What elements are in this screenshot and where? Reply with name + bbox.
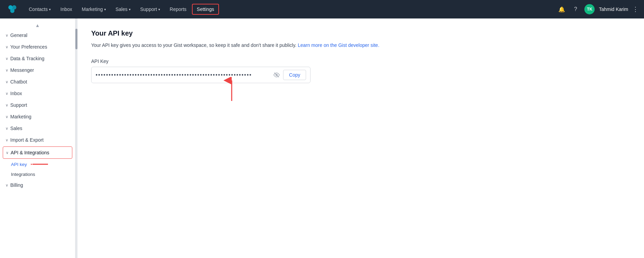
chevron-icon: ∨ [6, 151, 9, 155]
top-navigation: Contacts ▾ Inbox Marketing ▾ Sales ▾ Sup… [0, 0, 644, 18]
sidebar-item-marketing[interactable]: ∨ Marketing [0, 111, 75, 122]
sidebar-item-inbox[interactable]: ∨ Inbox [0, 88, 75, 99]
chevron-icon: ∨ [5, 91, 8, 96]
sidebar-item-messenger[interactable]: ∨ Messenger [0, 64, 75, 76]
developer-site-link[interactable]: Learn more on the Gist developer site. [298, 42, 379, 48]
copy-button[interactable]: Copy [283, 70, 306, 80]
nav-right-section: 🔔 ? TK Tahmid Karim ⋮ [557, 4, 639, 14]
notifications-icon[interactable]: 🔔 [557, 4, 567, 14]
chevron-icon: ∨ [5, 33, 8, 38]
chevron-icon: ∨ [5, 115, 8, 119]
chevron-down-icon: ▾ [49, 8, 51, 11]
sidebar: ▲ ∨ General ∨ Your Preferences ∨ Data & … [0, 18, 75, 258]
logo[interactable] [5, 2, 19, 16]
chevron-icon: ∨ [5, 45, 8, 49]
nav-contacts[interactable]: Contacts ▾ [25, 4, 55, 14]
sidebar-sub-item-integrations[interactable]: Integrations [0, 169, 75, 179]
nav-settings[interactable]: Settings [192, 4, 219, 15]
chevron-down-icon: ▾ [158, 8, 160, 11]
sidebar-item-support[interactable]: ∨ Support [0, 99, 75, 111]
chevron-icon: ∨ [5, 183, 8, 188]
svg-point-2 [10, 9, 15, 13]
main-content: Your API key Your API key gives you acce… [77, 18, 644, 258]
sidebar-item-your-preferences[interactable]: ∨ Your Preferences [0, 41, 75, 53]
help-icon[interactable]: ? [571, 4, 580, 14]
toggle-visibility-button[interactable] [273, 71, 280, 79]
description: Your API key gives you access to your Gi… [91, 41, 630, 49]
sidebar-sub-item-api-key[interactable]: API key [0, 159, 33, 169]
nav-sales[interactable]: Sales ▾ [111, 4, 135, 14]
chevron-icon: ∨ [5, 80, 8, 84]
red-arrow-annotation [31, 160, 50, 168]
nav-marketing[interactable]: Marketing ▾ [78, 4, 110, 14]
chevron-icon: ∨ [5, 56, 8, 61]
chevron-icon: ∨ [5, 68, 8, 73]
avatar: TK [584, 4, 595, 14]
sidebar-item-api-integrations[interactable]: ∨ API & Integrations [3, 146, 72, 159]
chevron-down-icon: ▾ [104, 8, 106, 11]
nav-support[interactable]: Support ▾ [136, 4, 164, 14]
page-title: Your API key [91, 29, 630, 37]
user-name[interactable]: Tahmid Karim [599, 7, 628, 12]
sidebar-item-sales[interactable]: ∨ Sales [0, 122, 75, 134]
nav-reports[interactable]: Reports [166, 4, 191, 14]
scroll-top-indicator: ▲ [0, 21, 75, 29]
nav-inbox[interactable]: Inbox [56, 4, 76, 14]
layout: ▲ ∨ General ∨ Your Preferences ∨ Data & … [0, 18, 644, 258]
chevron-down-icon: ▾ [129, 8, 131, 11]
chevron-icon: ∨ [5, 103, 8, 107]
chevron-icon: ∨ [5, 138, 8, 142]
copy-arrow-annotation [218, 77, 245, 104]
more-options-icon[interactable]: ⋮ [632, 5, 639, 13]
sidebar-item-import-export[interactable]: ∨ Import & Export [0, 134, 75, 146]
api-key-field: ••••••••••••••••••••••••••••••••••••••••… [91, 67, 311, 83]
sidebar-item-general[interactable]: ∨ General [0, 29, 75, 41]
sidebar-item-chatbot[interactable]: ∨ Chatbot [0, 76, 75, 88]
api-key-label: API Key [91, 59, 630, 64]
sidebar-item-data-tracking[interactable]: ∨ Data & Tracking [0, 53, 75, 64]
chevron-icon: ∨ [5, 126, 8, 131]
sidebar-item-billing[interactable]: ∨ Billing [0, 179, 75, 191]
